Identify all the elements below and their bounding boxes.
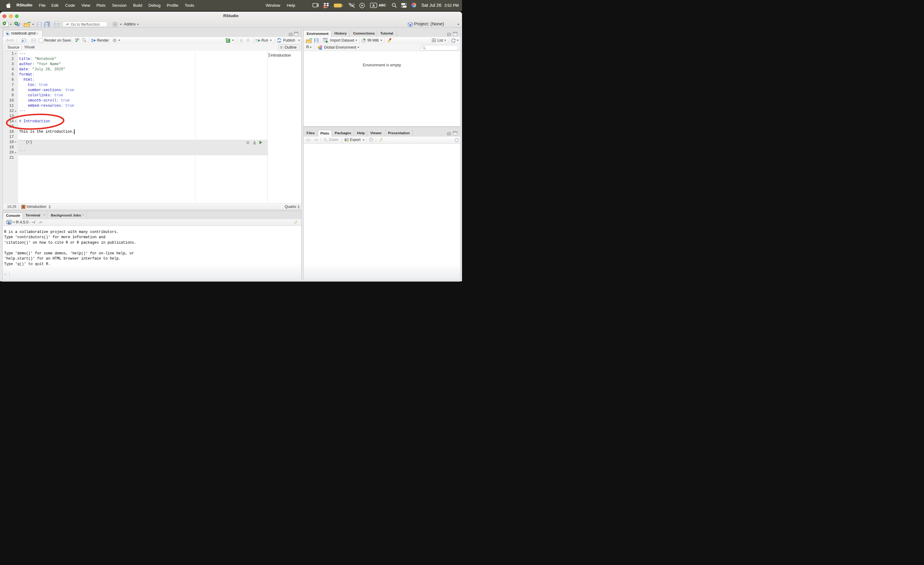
svg-text:#: # xyxy=(22,205,24,209)
svg-text:A: A xyxy=(372,4,375,7)
svg-text:R: R xyxy=(8,220,11,225)
svg-text:2: 2 xyxy=(324,5,326,8)
svg-text:R: R xyxy=(410,23,411,27)
